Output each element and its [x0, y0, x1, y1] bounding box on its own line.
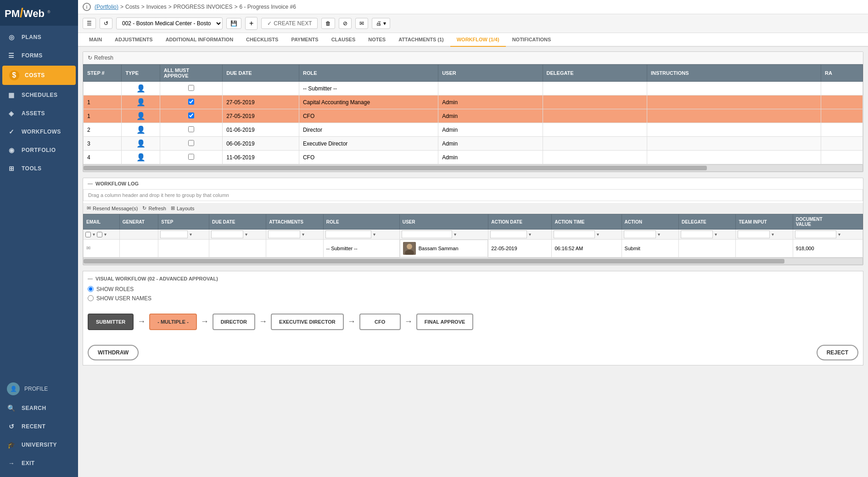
scroll-thumb [84, 166, 707, 170]
email-filter-btn[interactable]: ▾ [92, 232, 96, 237]
svg-point-1 [407, 244, 412, 249]
step-filter-btn[interactable]: ▾ [189, 232, 193, 237]
type-cell: 👤 [122, 95, 160, 109]
all-must-checkbox[interactable] [188, 99, 194, 105]
role-filter-input[interactable] [325, 230, 371, 238]
sidebar-item-recent[interactable]: ↺ RECENT [0, 417, 78, 436]
delegate-filter-btn[interactable]: ▾ [714, 232, 718, 237]
horizontal-scrollbar[interactable] [83, 164, 863, 172]
tab-workflow[interactable]: WORKFLOW (1/4) [450, 33, 506, 47]
user-icon: 👤 [136, 126, 146, 134]
email-button[interactable]: ✉ [355, 18, 368, 29]
type-cell: 👤 [122, 123, 160, 137]
wf-node-final-approve[interactable]: FINAL APPROVE [416, 314, 474, 330]
user-filter-btn[interactable]: ▾ [453, 232, 457, 237]
filter-step: ▾ [158, 230, 209, 240]
sidebar-item-profile[interactable]: 👤 PROFILE [0, 379, 78, 399]
refresh-bar: ↻ Refresh [83, 52, 863, 64]
layouts-button[interactable]: ⊞ Layouts [171, 205, 195, 211]
due-date-filter-input[interactable] [211, 230, 243, 238]
sidebar-item-schedules[interactable]: ▦ SCHEDULES [0, 86, 78, 104]
tab-payments[interactable]: PAYMENTS [285, 33, 325, 47]
action-date-filter-btn[interactable]: ▾ [528, 232, 532, 237]
radio-show-roles[interactable]: SHOW ROLES [88, 286, 858, 292]
sidebar-item-tools[interactable]: ⊞ TOOLS [0, 159, 78, 178]
void-button[interactable]: ⊘ [339, 18, 352, 29]
tab-attachments[interactable]: ATTACHMENTS (1) [392, 33, 450, 47]
email-filter-checkbox2[interactable] [97, 232, 102, 237]
resend-messages-button[interactable]: ✉ Resend Message(s) [87, 205, 138, 211]
log-horizontal-scrollbar[interactable] [83, 258, 863, 265]
role-filter-btn[interactable]: ▾ [372, 232, 376, 237]
sidebar-item-exit[interactable]: → EXIT [0, 454, 78, 472]
sidebar-item-portfolio[interactable]: ◉ PORTFOLIO [0, 141, 78, 159]
sidebar-item-forms[interactable]: ☰ FORMS [0, 46, 78, 65]
action-time-filter-btn[interactable]: ▾ [596, 232, 600, 237]
project-select[interactable]: 002 - Boston Medical Center - Bosto [116, 17, 223, 29]
filter-team-input: ▾ [736, 230, 793, 240]
tab-main[interactable]: MAIN [83, 33, 108, 47]
withdraw-button[interactable]: WITHDRAW [88, 345, 139, 360]
sidebar-item-costs[interactable]: $ COSTS [2, 66, 76, 85]
attachments-filter-input[interactable] [268, 230, 300, 238]
user-icon: 👤 [136, 98, 146, 106]
delete-button[interactable]: 🗑 [321, 18, 335, 29]
sidebar-item-plans[interactable]: ◎ PLANS [0, 28, 78, 46]
action-date-filter-input[interactable] [490, 230, 527, 238]
wf-node-multiple[interactable]: - MULTIPLE - [149, 314, 197, 330]
attachments-filter-btn[interactable]: ▾ [301, 232, 305, 237]
add-button[interactable]: + [245, 17, 258, 30]
log-col-team-input: TEAM INPUT [736, 214, 793, 230]
all-must-checkbox[interactable] [188, 140, 194, 146]
print-button[interactable]: 🖨 ▾ [372, 18, 390, 29]
back-button[interactable]: ↺ [100, 18, 112, 29]
log-col-role: ROLE [323, 214, 399, 230]
log-action-cell: Submit [622, 240, 678, 258]
all-must-checkbox[interactable] [188, 85, 194, 91]
tab-notifications[interactable]: NOTIFICATIONS [506, 33, 558, 47]
sidebar-item-search[interactable]: 🔍 SEARCH [0, 399, 78, 417]
sidebar-item-university[interactable]: 🎓 UNIVERSITY [0, 436, 78, 454]
action-time-filter-input[interactable] [554, 230, 595, 238]
radio-show-users[interactable]: SHOW USER NAMES [88, 295, 858, 302]
tab-adjustments[interactable]: ADJUSTMENTS [108, 33, 159, 47]
all-must-checkbox[interactable] [188, 154, 194, 160]
refresh-button[interactable]: ↻ Refresh [88, 55, 113, 61]
sidebar-item-workflows[interactable]: ✓ WORKFLOWS [0, 123, 78, 141]
team-input-filter-btn[interactable]: ▾ [771, 232, 775, 237]
wf-node-cfo[interactable]: CFO [359, 314, 401, 330]
info-icon[interactable]: i [83, 3, 91, 11]
action-filter-input[interactable] [624, 230, 656, 238]
create-next-button[interactable]: ✓ CREATE NEXT [261, 18, 318, 29]
reject-button[interactable]: REJECT [817, 345, 858, 360]
due-date-cell: 01-06-2019 [223, 123, 299, 137]
log-refresh-button[interactable]: ↻ Refresh [142, 205, 166, 211]
all-must-checkbox[interactable] [188, 112, 194, 118]
wf-node-director[interactable]: DIRECTOR [213, 314, 255, 330]
email-filter-checkbox[interactable] [85, 232, 91, 237]
all-must-checkbox[interactable] [188, 126, 194, 132]
step-filter-input[interactable] [160, 230, 188, 238]
doc-value-filter-input[interactable] [795, 230, 836, 238]
user-icon: 👤 [136, 140, 146, 147]
delegate-filter-input[interactable] [681, 230, 713, 238]
sidebar-item-assets[interactable]: ◈ ASSETS [0, 104, 78, 123]
wf-node-executive-director[interactable]: EXECUTIVE DIRECTOR [271, 314, 344, 330]
save-button[interactable]: 💾 [226, 18, 241, 29]
tab-additional[interactable]: ADDITIONAL INFORMATION [159, 33, 240, 47]
due-date-filter-btn[interactable]: ▾ [244, 232, 248, 237]
breadcrumb-portfolio[interactable]: (Portfolio) [95, 4, 118, 10]
exit-icon: → [7, 459, 16, 468]
doc-value-filter-btn[interactable]: ▾ [837, 232, 841, 237]
tab-notes[interactable]: NOTES [362, 33, 392, 47]
wf-node-submitter[interactable]: SUBMITTER [88, 314, 134, 330]
col-type: TYPE [122, 65, 160, 82]
email-filter-btn2[interactable]: ▾ [103, 232, 107, 237]
tab-clauses[interactable]: CLAUSES [325, 33, 362, 47]
action-filter-btn[interactable]: ▾ [657, 232, 661, 237]
user-filter-input[interactable] [402, 230, 452, 238]
log-team-input-cell [736, 240, 793, 258]
menu-button[interactable]: ☰ [83, 18, 96, 29]
team-input-filter-input[interactable] [738, 230, 770, 238]
tab-checklists[interactable]: CHECKLISTS [240, 33, 285, 47]
